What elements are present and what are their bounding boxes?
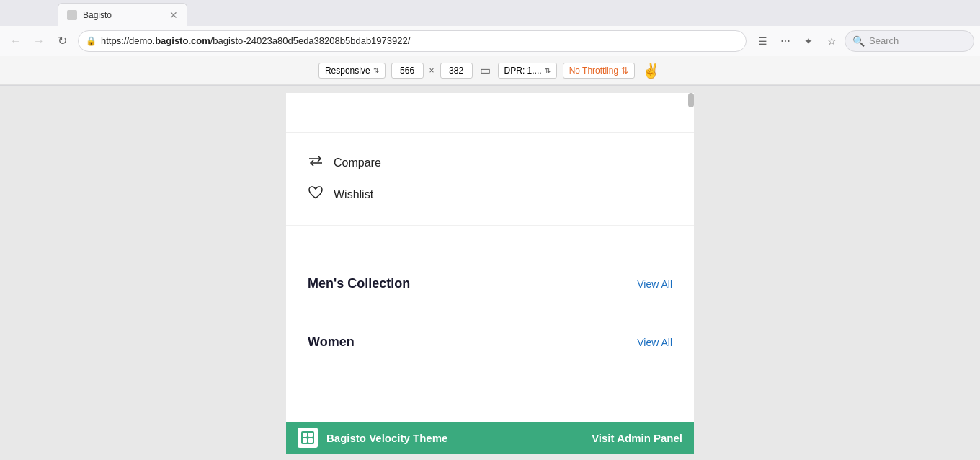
- scrollbar-indicator: [688, 93, 694, 107]
- devtools-toolbar: Responsive ⇅ × ▭ DPR: 1.... ⇅ No Throttl…: [0, 56, 980, 85]
- search-bar[interactable]: 🔍 Search: [845, 30, 974, 52]
- svg-rect-6: [308, 438, 313, 443]
- address-bar[interactable]: 🔒 https://demo.bagisto.com/bagisto-24023…: [78, 30, 747, 52]
- lock-icon: 🔒: [86, 36, 97, 46]
- active-tab[interactable]: Bagisto ✕: [58, 3, 187, 26]
- width-input[interactable]: [391, 63, 424, 79]
- responsive-select[interactable]: Responsive ⇅: [318, 63, 386, 79]
- search-icon: 🔍: [852, 35, 865, 47]
- tab-bar: Bagisto ✕: [0, 0, 980, 26]
- compare-label: Compare: [334, 156, 381, 169]
- domain: bagisto.com: [155, 35, 210, 46]
- touch-icon[interactable]: ✌: [641, 61, 662, 81]
- wishlist-menu-item[interactable]: Wishlist: [308, 178, 672, 211]
- compare-icon: [308, 154, 324, 171]
- women-collection-title: Women: [308, 335, 355, 350]
- star-button[interactable]: ☆: [821, 31, 842, 51]
- responsive-arrows: ⇅: [373, 66, 379, 74]
- page-collections: Men's Collection View All Women View All: [286, 226, 694, 371]
- women-view-all-link[interactable]: View All: [637, 337, 672, 348]
- women-collection-row: Women View All: [308, 327, 672, 357]
- page-menu-panel: Compare Wishlist: [286, 133, 694, 226]
- svg-rect-4: [308, 433, 313, 437]
- tab-title: Bagisto: [83, 10, 164, 20]
- wishlist-label: Wishlist: [334, 188, 373, 201]
- svg-rect-3: [303, 433, 307, 437]
- collection-spacer-1: [308, 240, 672, 269]
- reload-button[interactable]: ↻: [52, 31, 72, 51]
- bookmarks-button[interactable]: ☰: [752, 31, 772, 51]
- dimension-separator: ×: [429, 66, 435, 76]
- visit-admin-panel-link[interactable]: Visit Admin Panel: [592, 432, 682, 444]
- search-placeholder: Search: [869, 35, 899, 46]
- toolbar-icons: ☰ ⋯ ✦ ☆: [752, 31, 842, 51]
- height-input[interactable]: [440, 63, 473, 79]
- page-header-panel: [286, 93, 694, 133]
- admin-bar-icon: [298, 428, 318, 448]
- admin-bar: Bagisto Velocity Theme Visit Admin Panel: [286, 422, 694, 454]
- throttle-arrows: ⇅: [621, 66, 628, 76]
- mens-collection-row: Men's Collection View All: [308, 269, 672, 298]
- back-button[interactable]: ←: [6, 31, 26, 51]
- mens-view-all-link[interactable]: View All: [637, 278, 672, 290]
- tab-close-button[interactable]: ✕: [169, 9, 178, 21]
- dpr-select[interactable]: DPR: 1.... ⇅: [498, 63, 557, 79]
- simulated-page: Compare Wishlist Men's Collection View A: [286, 93, 694, 454]
- browser-chrome: Bagisto ✕ ← → ↻ 🔒 https://demo.bagisto.c…: [0, 0, 980, 86]
- responsive-label: Responsive: [325, 66, 370, 76]
- svg-rect-5: [303, 438, 307, 443]
- menu-dots-button[interactable]: ⋯: [775, 31, 796, 51]
- rotate-button[interactable]: ▭: [478, 62, 492, 79]
- browser-viewport: Compare Wishlist Men's Collection View A: [0, 86, 980, 460]
- compare-menu-item[interactable]: Compare: [308, 147, 672, 178]
- mens-collection-title: Men's Collection: [308, 276, 410, 291]
- address-url: https://demo.bagisto.com/bagisto-24023a8…: [101, 35, 739, 46]
- browser-toolbar: ← → ↻ 🔒 https://demo.bagisto.com/bagisto…: [0, 26, 980, 56]
- pocket-button[interactable]: ✦: [798, 31, 819, 51]
- heart-icon: [308, 185, 324, 203]
- admin-bar-title: Bagisto Velocity Theme: [326, 432, 583, 444]
- throttle-label: No Throttling: [569, 66, 618, 76]
- collection-spacer-2: [308, 298, 672, 327]
- dpr-label: DPR: 1....: [504, 66, 542, 76]
- throttle-select[interactable]: No Throttling ⇅: [563, 63, 635, 79]
- main-area: Compare Wishlist Men's Collection View A: [0, 86, 980, 460]
- tab-favicon: [67, 10, 77, 20]
- dpr-arrows: ⇅: [545, 66, 551, 74]
- forward-button[interactable]: →: [29, 31, 49, 51]
